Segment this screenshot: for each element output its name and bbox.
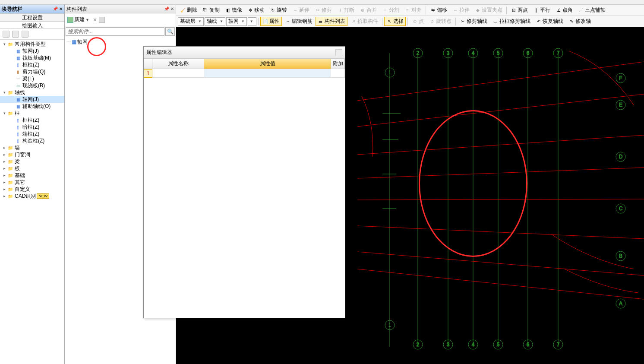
restore-axis-button[interactable]: ↶恢复轴线 (534, 17, 565, 26)
point-button[interactable]: ⊙点 (410, 17, 426, 26)
pick-component-button[interactable]: ↗拾取构件 (348, 17, 380, 26)
property-editor-window[interactable]: 属性编辑器 属性名称 属性值 附加 1 (143, 46, 345, 318)
tree-item[interactable]: ▸📁板 (0, 165, 64, 172)
tree-item[interactable]: ▦筏板基础(M) (0, 54, 64, 61)
tree-item[interactable]: ▮剪力墙(Q) (0, 68, 64, 75)
navigator-pin-icons[interactable]: 📌 ✕ (53, 5, 63, 13)
tab-drawing-input[interactable]: 绘图输入 (0, 21, 64, 29)
expand-arrow-icon[interactable]: ▸ (2, 166, 7, 171)
delete-button[interactable]: 🧹删除 (178, 6, 199, 15)
tree-item[interactable]: ▯框柱(Z) (0, 117, 64, 123)
svg-text:3: 3 (447, 342, 450, 348)
break-button[interactable]: ⁞打断 (335, 6, 357, 15)
row-name-cell[interactable] (152, 69, 204, 78)
expand-arrow-icon[interactable]: ▸ (2, 146, 7, 150)
expand-arrow-icon[interactable]: ▸ (2, 194, 7, 198)
stretch-button[interactable]: ↔拉伸 (450, 6, 472, 15)
merge-button[interactable]: ⊕合并 (357, 6, 379, 15)
three-aux-button[interactable]: ⋰三点辅轴 (576, 6, 608, 15)
folder-icon: 📁 (7, 179, 14, 185)
modify-axis-button[interactable]: ✎修改轴 (566, 17, 593, 26)
new-component-button[interactable]: 新建 ▼ (67, 16, 89, 23)
properties-button[interactable]: 📄属性 (260, 17, 282, 26)
delete-component-button[interactable]: ✕ (93, 17, 97, 23)
tab-project-settings[interactable]: 工程设置 (0, 13, 64, 21)
tree-item[interactable]: ▯暗柱(Z) (0, 123, 64, 130)
split-button[interactable]: ÷分割 (380, 6, 401, 15)
tree-item[interactable]: ▾📁轴线 (0, 89, 64, 96)
mirror-button[interactable]: ◧镜像 (223, 6, 244, 15)
expand-arrow-icon[interactable]: ▸ (2, 180, 7, 184)
copy-button[interactable]: ⿻复制 (200, 6, 222, 15)
row-value-cell[interactable] (204, 69, 331, 78)
tree-item[interactable]: ▦轴网(J) (0, 47, 64, 54)
rotate-point-button[interactable]: ↺旋转点 (427, 17, 454, 26)
tree-item[interactable]: ▾📁柱 (0, 110, 64, 117)
copy-component-button[interactable] (99, 17, 105, 23)
restore-icon: ↶ (536, 19, 542, 25)
rotate-icon: ↻ (270, 7, 276, 13)
nav-tool-3-icon[interactable] (22, 31, 28, 38)
extra-combo[interactable]: ▼ (248, 17, 256, 26)
tree-item[interactable]: ─梁(L) (0, 75, 64, 82)
expand-arrow-icon[interactable]: ▸ (2, 173, 7, 177)
component-list-pin-icons[interactable]: 📌 ✕ (164, 5, 174, 13)
svg-text:A: A (619, 301, 622, 307)
two-point-button[interactable]: ⊡两点 (508, 6, 530, 15)
grid-icon: ▦ (15, 103, 22, 109)
tree-item[interactable]: ▸📁自定义 (0, 186, 64, 193)
tree-item[interactable]: ▭现浇板(B) (0, 82, 64, 89)
search-button[interactable]: 🔍 (165, 27, 175, 36)
expand-arrow-icon[interactable]: ▸ (2, 187, 7, 191)
tree-item[interactable]: ▦辅助轴线(O) (0, 103, 64, 110)
fixpoint-button[interactable]: ◆设置夹点 (473, 6, 505, 15)
point-angle-button[interactable]: ∠点角 (553, 6, 575, 15)
expand-arrow-icon[interactable]: ▾ (2, 90, 7, 95)
expand-arrow-icon[interactable]: ▾ (2, 111, 7, 115)
parallel-button[interactable]: ∥平行 (531, 6, 552, 15)
expand-arrow-icon[interactable]: ▸ (2, 152, 7, 157)
tree-item[interactable]: ▯端柱(Z) (0, 130, 64, 137)
col-header-value[interactable]: 属性值 (204, 59, 331, 69)
svg-text:2: 2 (417, 50, 420, 56)
tree-item[interactable]: ▸📁基础 (0, 172, 64, 179)
tree-item[interactable]: ▯构造柱(Z) (0, 137, 64, 144)
select-button[interactable]: ↖选择 (384, 17, 406, 26)
svg-text:6: 6 (527, 50, 530, 56)
tree-item[interactable]: ▸📁门窗洞 (0, 151, 64, 158)
tree-item[interactable]: ▸📁梁 (0, 158, 64, 165)
component-combo[interactable]: 轴网▼ (226, 17, 247, 26)
expand-arrow-icon[interactable]: ▸ (2, 159, 7, 164)
component-type-tree[interactable]: ▾📁常用构件类型▦轴网(J)▦筏板基础(M)▯框柱(Z)▮剪力墙(Q)─梁(L)… (0, 40, 64, 364)
svg-line-15 (357, 199, 644, 200)
tree-item[interactable]: ▯框柱(Z) (0, 61, 64, 68)
close-button[interactable] (335, 49, 342, 56)
row-add-cell[interactable] (331, 69, 345, 78)
col-header-add[interactable]: 附加 (331, 59, 345, 69)
trim-button[interactable]: ✂修剪 (313, 6, 334, 15)
property-grid-row-1[interactable]: 1 (144, 69, 345, 78)
col-header-name[interactable]: 属性名称 (152, 59, 204, 69)
list-root-item[interactable]: ┈┈ ▦ 轴网 (66, 38, 174, 46)
nav-tool-2-icon[interactable] (12, 31, 19, 38)
move-button[interactable]: ✥移动 (245, 6, 267, 15)
box-trim-axis-button[interactable]: ▭拉框修剪轴线 (490, 17, 533, 26)
component-list-toggle[interactable]: ☰构件列表 (316, 17, 347, 26)
tree-item[interactable]: ▸📁其它 (0, 179, 64, 186)
rotate-button[interactable]: ↻旋转 (268, 6, 289, 15)
edit-rebar-button[interactable]: 〰编辑钢筋 (283, 17, 315, 26)
tree-item[interactable]: ▾📁常用构件类型 (0, 41, 64, 47)
tree-item[interactable]: ▸📁CAD识别NEW (0, 193, 64, 199)
tree-item[interactable]: ▦轴网(J) (0, 96, 64, 103)
tree-item[interactable]: ▸📁墙 (0, 144, 64, 151)
property-editor-titlebar[interactable]: 属性编辑器 (144, 47, 345, 59)
search-input[interactable] (66, 27, 164, 36)
extend-button[interactable]: →延伸 (290, 6, 312, 15)
category-combo[interactable]: 轴线▼ (205, 17, 225, 26)
align-button[interactable]: ≡对齐 (402, 6, 424, 15)
trim-axis-button[interactable]: ✂修剪轴线 (458, 17, 489, 26)
nav-tool-1-icon[interactable] (3, 31, 9, 38)
expand-arrow-icon[interactable]: ▾ (2, 42, 7, 46)
offset-button[interactable]: ⇆偏移 (428, 6, 449, 15)
layer-combo[interactable]: 基础层▼ (178, 17, 204, 26)
